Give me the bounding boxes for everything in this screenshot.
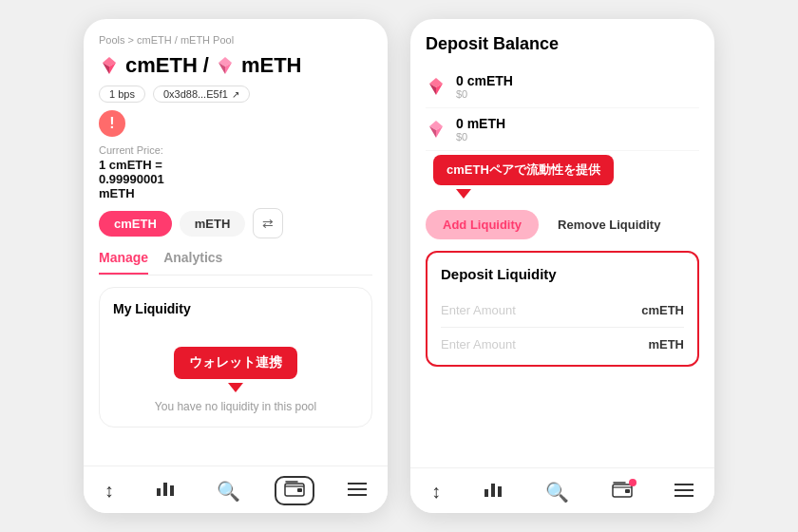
wallet-callout-container: ウォレット連携 bbox=[113, 347, 358, 392]
tab-analytics[interactable]: Analytics bbox=[163, 250, 222, 275]
svg-rect-11 bbox=[297, 488, 302, 492]
external-link-icon: ↗ bbox=[232, 89, 239, 100]
deposit-balance-title: Deposit Balance bbox=[426, 34, 699, 54]
swap-icon: ⇄ bbox=[262, 216, 274, 231]
svg-rect-21 bbox=[484, 489, 488, 497]
no-liquidity-text: You have no liquidity in this pool bbox=[113, 400, 358, 413]
left-phone-card: Pools > cmETH / mETH Pool cmETH / bbox=[84, 19, 388, 513]
cmeth-toggle-btn[interactable]: cmETH bbox=[99, 211, 172, 237]
nav-search-right[interactable]: 🔍 bbox=[538, 479, 577, 505]
nav-wallet-right[interactable] bbox=[604, 479, 640, 504]
token2-usd: $0 bbox=[456, 131, 505, 142]
deposit-token-row-2: 0 mETH $0 bbox=[426, 108, 699, 151]
menu-icon-right bbox=[674, 481, 694, 503]
sort-icon-left: ↕ bbox=[104, 480, 114, 502]
breadcrumb: Pools > cmETH / mETH Pool bbox=[99, 34, 372, 46]
sort-icon-right: ↕ bbox=[431, 481, 441, 503]
right-callout-container: cmETHペアで流動性を提供 bbox=[433, 155, 699, 199]
price-label: Current Price: bbox=[99, 144, 372, 156]
liquidity-buttons: Add Liquidity Remove Liquidity bbox=[426, 210, 699, 239]
amount2-token: mETH bbox=[648, 337, 684, 352]
badge-row: 1 bps 0x3d88...E5f1 ↗ bbox=[99, 86, 372, 103]
deposit-liquidity-box: Deposit Liquidity Enter Amount cmETH Ent… bbox=[426, 251, 699, 367]
toggle-row: cmETH mETH ⇄ bbox=[99, 208, 372, 238]
right-callout-arrow bbox=[456, 189, 471, 199]
token1-amount: 0 cmETH bbox=[456, 73, 513, 88]
amount1-placeholder[interactable]: Enter Amount bbox=[441, 303, 516, 317]
svg-rect-25 bbox=[625, 489, 630, 493]
pool-title: cmETH / mETH bbox=[99, 53, 372, 78]
tab-manage[interactable]: Manage bbox=[99, 250, 148, 275]
pool-title-right: mETH bbox=[241, 53, 302, 78]
token2-amount: 0 mETH bbox=[456, 116, 505, 131]
liquidity-card: My Liquidity ウォレット連携 You have no liquidi… bbox=[99, 287, 372, 428]
addr-badge: 0x3d88...E5f1 ↗ bbox=[153, 86, 250, 103]
cmeth-icon-right bbox=[426, 76, 446, 97]
wallet-icon-left bbox=[284, 480, 305, 502]
svg-rect-22 bbox=[491, 484, 495, 497]
swap-icon-btn[interactable]: ⇄ bbox=[253, 208, 283, 238]
wallet-notification-dot bbox=[629, 479, 636, 486]
search-icon-left: 🔍 bbox=[217, 480, 240, 503]
deposit-token-row-1: 0 cmETH $0 bbox=[426, 66, 699, 108]
nav-search-left[interactable]: 🔍 bbox=[209, 478, 248, 504]
right-callout-bubble: cmETHペアで流動性を提供 bbox=[433, 155, 614, 185]
search-icon-right: 🔍 bbox=[545, 481, 569, 504]
pool-title-slash: / bbox=[203, 53, 209, 78]
token1-usd: $0 bbox=[456, 88, 513, 100]
nav-chart-right[interactable] bbox=[475, 478, 511, 505]
add-liquidity-btn[interactable]: Add Liquidity bbox=[426, 210, 539, 239]
bps-badge: 1 bps bbox=[99, 86, 145, 103]
svg-rect-7 bbox=[163, 483, 167, 496]
nav-sort-right[interactable]: ↕ bbox=[424, 479, 448, 504]
svg-rect-23 bbox=[498, 486, 502, 497]
amount1-token: cmETH bbox=[641, 303, 684, 317]
amount-input-row-1: Enter Amount cmETH bbox=[441, 294, 684, 328]
amount2-placeholder[interactable]: Enter Amount bbox=[441, 337, 516, 352]
bottom-nav-left: ↕ 🔍 bbox=[84, 466, 388, 513]
chart-icon-right bbox=[483, 480, 504, 504]
nav-menu-left[interactable] bbox=[340, 478, 374, 504]
liquidity-title: My Liquidity bbox=[113, 301, 358, 316]
bottom-nav-right: ↕ 🔍 bbox=[410, 467, 714, 513]
pool-title-left: cmETH bbox=[125, 53, 198, 78]
svg-rect-8 bbox=[170, 485, 174, 496]
warning-icon: ! bbox=[99, 110, 125, 137]
nav-wallet-left[interactable] bbox=[275, 476, 314, 505]
nav-menu-right[interactable] bbox=[667, 479, 701, 504]
meth-icon-left bbox=[215, 55, 236, 76]
menu-icon-left bbox=[348, 480, 367, 502]
deposit-liquidity-title: Deposit Liquidity bbox=[441, 266, 684, 282]
cmeth-icon-left bbox=[99, 55, 120, 76]
nav-sort-left[interactable]: ↕ bbox=[97, 478, 122, 504]
meth-icon-right bbox=[426, 119, 446, 140]
meth-toggle-btn[interactable]: mETH bbox=[180, 211, 246, 237]
price-value: 1 cmETH = 0.99990001 mETH bbox=[99, 158, 372, 200]
right-phone-card: Deposit Balance 0 cmETH $0 bbox=[410, 19, 714, 513]
wallet-callout-bubble: ウォレット連携 bbox=[174, 347, 297, 379]
svg-rect-6 bbox=[157, 488, 161, 496]
remove-liquidity-btn[interactable]: Remove Liquidity bbox=[546, 210, 672, 239]
callout-arrow bbox=[228, 383, 243, 392]
amount-input-row-2: Enter Amount mETH bbox=[441, 328, 684, 352]
nav-chart-left[interactable] bbox=[147, 477, 183, 504]
tabs: Manage Analytics bbox=[99, 250, 372, 276]
chart-icon-left bbox=[155, 479, 176, 503]
